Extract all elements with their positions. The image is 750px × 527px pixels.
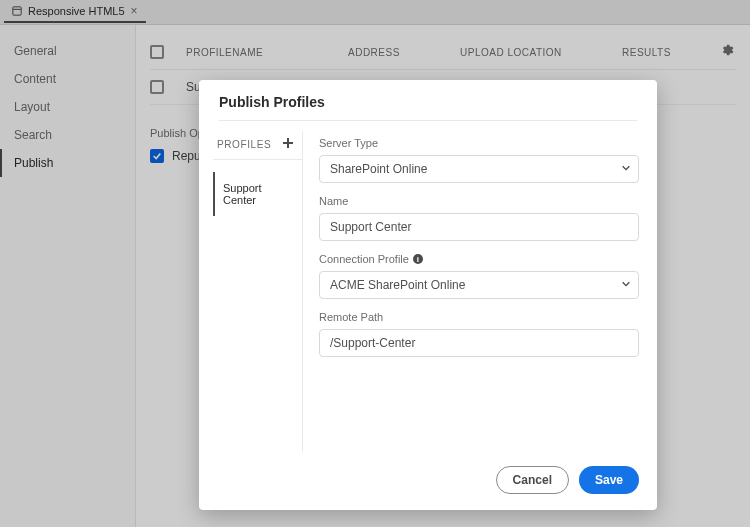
chevron-down-icon	[621, 162, 631, 176]
connection-profile-select[interactable]: ACME SharePoint Online	[319, 271, 639, 299]
profile-item-label: Support Center	[223, 182, 262, 206]
server-type-select[interactable]: SharePoint Online	[319, 155, 639, 183]
connection-profile-value: ACME SharePoint Online	[319, 271, 639, 299]
form-column: Server Type SharePoint Online Name Conne…	[303, 131, 657, 452]
profile-list-item[interactable]: Support Center	[213, 172, 302, 216]
dialog-footer: Cancel Save	[199, 452, 657, 510]
remote-path-input[interactable]	[319, 329, 639, 357]
name-input[interactable]	[319, 213, 639, 241]
connection-profile-label: Connection Profile i	[319, 253, 639, 265]
dialog-header: Publish Profiles	[199, 80, 657, 131]
connection-profile-label-text: Connection Profile	[319, 253, 409, 265]
profiles-column: PROFILES Support Center	[213, 131, 303, 452]
cancel-button[interactable]: Cancel	[496, 466, 569, 494]
info-icon[interactable]: i	[413, 254, 423, 264]
profiles-header: PROFILES	[213, 131, 302, 160]
name-label: Name	[319, 195, 639, 207]
server-type-label: Server Type	[319, 137, 639, 149]
chevron-down-icon	[621, 278, 631, 292]
profiles-header-label: PROFILES	[217, 139, 271, 150]
remote-path-label: Remote Path	[319, 311, 639, 323]
publish-profiles-dialog: Publish Profiles PROFILES Support Center…	[199, 80, 657, 510]
plus-icon	[282, 137, 294, 149]
server-type-value: SharePoint Online	[319, 155, 639, 183]
add-profile-button[interactable]	[282, 137, 294, 151]
save-button[interactable]: Save	[579, 466, 639, 494]
dialog-body: PROFILES Support Center Server Type Shar…	[199, 131, 657, 452]
dialog-title: Publish Profiles	[219, 94, 637, 121]
